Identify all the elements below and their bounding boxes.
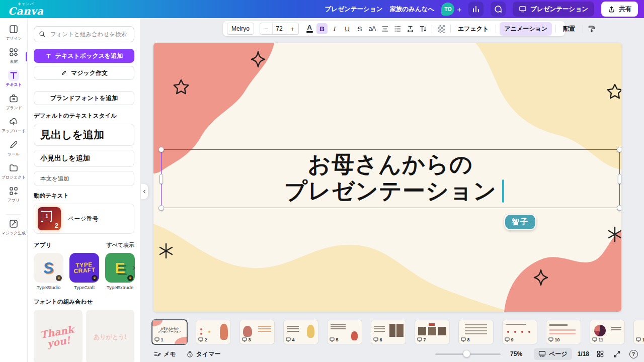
sidebar-item-apps[interactable]: アプリ [1, 183, 26, 206]
font-combo-arigato[interactable]: ありがとう! [86, 310, 135, 362]
text-panel: テキストボックスを追加 マジック作文 ブランドフォントを追加 デフォルトのテキス… [28, 18, 141, 362]
font-size-control: − 72 + [260, 23, 299, 35]
help-button[interactable]: ? [628, 348, 639, 359]
brand-kit-icon [8, 93, 19, 104]
vertical-text-button[interactable] [417, 23, 428, 34]
text-color-button[interactable]: A [304, 23, 315, 34]
document-title[interactable]: 家族のみんなへ [389, 5, 434, 14]
resize-handle[interactable] [158, 205, 164, 211]
font-combo-thankyou[interactable]: Thank you! [34, 310, 83, 362]
slide-title-line1: お母さんからの [162, 151, 619, 177]
design-icon [8, 24, 19, 35]
slide-thumbnail-1[interactable]: お母さんからのプレゼンテーション 1 [152, 320, 187, 344]
sidebar-item-elements[interactable]: 素材 [1, 44, 26, 67]
thumb-title: お母さんからのプレゼンテーション [155, 327, 184, 333]
italic-button[interactable]: I [329, 23, 340, 34]
font-size-decrease-button[interactable]: − [260, 25, 272, 33]
sidebar-item-label: アップロード [2, 128, 26, 134]
app-typestudio[interactable]: S ♛ TypeStudio [34, 253, 63, 290]
comment-bubble-icon [494, 5, 503, 14]
slide-thumbnail-7[interactable]: 7 [415, 320, 449, 344]
slide-title[interactable]: お母さんからの プレゼンテーション [162, 151, 619, 208]
sidebar-item-uploads[interactable]: アップロード [1, 114, 26, 137]
zoom-slider[interactable] [435, 350, 501, 358]
search-input[interactable] [49, 31, 129, 38]
resize-handle[interactable] [618, 174, 621, 184]
slide-thumbnail-5[interactable]: 5 [328, 320, 362, 344]
slide-thumbnail-4[interactable]: 4 [284, 320, 318, 344]
sidebar-item-magic[interactable]: マジック生成 [1, 216, 26, 239]
add-brand-font-button[interactable]: ブランドフォントを追加 [34, 91, 134, 105]
add-textbox-button[interactable]: テキストボックスを追加 [34, 49, 134, 63]
font-size-value[interactable]: 72 [272, 23, 286, 34]
add-textbox-label: テキストボックスを追加 [55, 52, 123, 60]
title-textbox[interactable]: お母さんからの プレゼンテーション [161, 149, 620, 208]
page-number-card[interactable]: 1 2 ページ番号 [34, 204, 134, 234]
fullscreen-button[interactable] [611, 348, 622, 359]
apps-next-button[interactable] [130, 264, 138, 272]
crown-badge-icon: ♛ [127, 275, 133, 281]
sidebar-item-tools[interactable]: ツール [1, 137, 26, 160]
effects-button[interactable]: エフェクト [454, 25, 492, 33]
app-typecraft[interactable]: TYPECRAFT ♛ TypeCraft [69, 253, 99, 290]
grid-view-button[interactable] [595, 348, 606, 359]
slide-thumbnail-3[interactable]: 3 [240, 320, 274, 344]
alignment-button[interactable] [379, 23, 390, 34]
font-search[interactable] [34, 26, 134, 42]
slide-thumbnail-6[interactable]: 6 [371, 320, 406, 344]
zoom-slider-knob[interactable] [463, 350, 470, 357]
font-size-increase-button[interactable]: + [286, 25, 298, 33]
file-type-menu[interactable]: プレゼンテーション [325, 5, 383, 14]
folder-icon [8, 162, 19, 173]
timer-button[interactable]: タイマー [186, 350, 221, 358]
spacing-button[interactable] [405, 23, 416, 34]
add-body-card[interactable]: 本文を追加 [34, 171, 134, 186]
animation-button[interactable]: アニメーション [500, 22, 552, 36]
copy-style-button[interactable] [586, 23, 597, 34]
present-button[interactable]: プレゼンテーション [513, 2, 594, 17]
canva-logo[interactable]: キャンパ Canva [8, 2, 44, 16]
resize-handle[interactable] [158, 147, 164, 152]
panel-collapse-button[interactable] [141, 184, 148, 199]
font-selector[interactable]: Meiryo [227, 23, 254, 35]
slide-thumbnail-10[interactable]: 10 [546, 320, 581, 344]
bold-button[interactable]: B [316, 23, 328, 34]
sidebar-item-text[interactable]: テキスト [1, 67, 26, 90]
magic-write-button[interactable]: マジック作文 [34, 66, 134, 80]
slide-thumbnail-2[interactable]: 2 [196, 320, 230, 344]
sidebar-item-projects[interactable]: プロジェクト [1, 160, 26, 183]
comments-button[interactable] [491, 2, 506, 17]
sidebar-item-design[interactable]: デザイン [1, 21, 26, 44]
list-button[interactable] [392, 23, 403, 34]
page-view-button[interactable]: ページ [534, 348, 572, 360]
add-subheading-card[interactable]: 小見出しを追加 [34, 150, 134, 167]
share-button-label: 共有 [619, 5, 631, 14]
strikethrough-button[interactable]: S [354, 23, 365, 34]
add-heading-card[interactable]: 見出しを追加 [34, 124, 134, 146]
transparency-button[interactable] [436, 23, 447, 34]
notes-button[interactable]: メモ [153, 350, 176, 358]
slide-thumbnail-9[interactable]: 9 [503, 320, 537, 344]
sidebar-item-brand[interactable]: ブランド [1, 90, 26, 114]
notes-icon [153, 350, 161, 358]
add-collaborator-button[interactable]: + [457, 5, 461, 14]
resize-handle[interactable] [617, 147, 621, 152]
slide-thumbnail-11[interactable]: 11 [590, 320, 624, 344]
text-case-button[interactable]: aA [367, 23, 378, 34]
page-number-label: ページ番号 [68, 215, 99, 223]
see-all-link[interactable]: すべて表示 [106, 241, 134, 249]
help-icon: ? [629, 350, 638, 358]
resize-handle[interactable] [617, 205, 621, 211]
share-button[interactable]: 共有 [601, 2, 638, 17]
magic-write-label: マジック作文 [71, 69, 108, 77]
slide-canvas[interactable]: お母さんからの プレゼンテーション 智子 [153, 43, 621, 312]
rail-indicator [26, 52, 27, 61]
slide-thumbnail-12[interactable]: 12 [634, 320, 644, 344]
underline-button[interactable]: U [342, 23, 353, 34]
toolbar-divider [432, 25, 432, 33]
insights-button[interactable] [468, 2, 484, 17]
resize-handle[interactable] [159, 174, 163, 184]
slide-thumbnail-8[interactable]: 8 [459, 320, 493, 344]
position-button[interactable]: 配置 [559, 25, 579, 33]
avatar[interactable]: TO [441, 3, 454, 16]
